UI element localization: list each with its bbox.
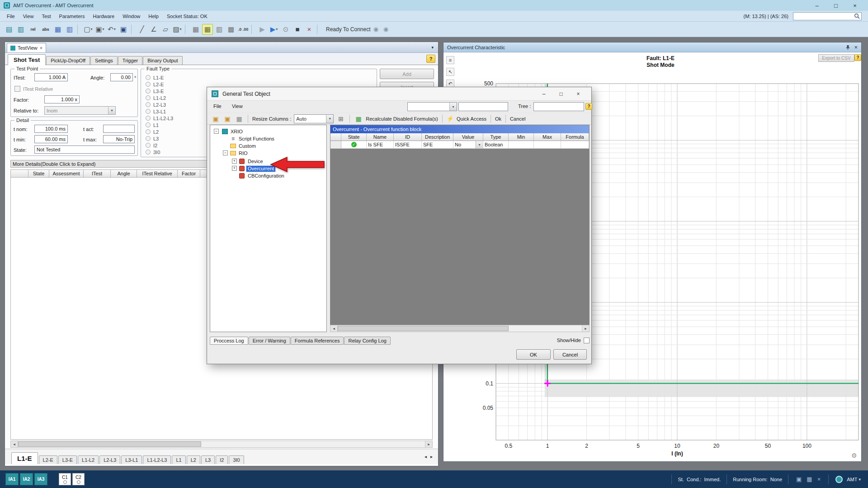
paste-parameters-icon[interactable]: ▦ [235,114,244,123]
fault-tab[interactable]: L2-E [39,455,57,464]
filter-combobox[interactable]: ▾ [407,102,457,111]
fault-tab[interactable]: L1-E [11,452,38,464]
fault-tab[interactable]: L1-L2 [78,455,99,464]
minimize-button[interactable]: – [807,0,826,11]
grid-column-header[interactable]: Description [422,133,453,141]
t-nom-field[interactable]: 100.0 ms [34,125,68,133]
fault-type-radio[interactable]: L1 [146,122,173,128]
analog-channel-button[interactable]: IA3 [34,473,47,485]
grid-column-header[interactable]: Formula [561,133,589,141]
fault-tab[interactable]: L3-E [58,455,77,464]
menu-item[interactable]: Socket Status: OK [163,12,212,20]
results-column-header[interactable]: Angle [111,169,137,178]
hardware-state-icon[interactable]: ◉ [382,25,391,34]
grid-column-header[interactable]: Min [509,133,534,141]
recalculate-button[interactable]: Recalculate Disabled Formula(s) [366,116,438,122]
fault-tab[interactable]: 3I0 [229,455,244,464]
fault-type-radio[interactable]: L3-L1 [146,108,173,115]
toolbar-separator[interactable] [77,24,80,34]
fault-type-radio[interactable]: L2 [146,128,173,135]
relative-mode-icon[interactable]: rel [27,24,39,35]
toolbar-ok-button[interactable]: Ok [495,116,501,122]
grid-column-header[interactable]: ID [394,133,422,141]
fault-tab[interactable]: L1-L2-L3 [143,455,171,464]
scroll-thumb[interactable] [18,441,201,447]
testview-subtab[interactable]: Trigger [118,56,142,65]
tree-item-xrio[interactable]: − XRIO [210,128,326,135]
dialog-menu-file[interactable]: File [213,103,222,109]
angle-input[interactable]: 0.00 [110,73,133,81]
panel-menu-caret-icon[interactable]: ▾ [431,45,434,50]
results-column-header[interactable]: State [28,169,49,178]
close-tab-icon[interactable]: × [40,45,42,51]
tree-search-input[interactable] [533,102,584,111]
factor-input[interactable]: 1.000 x [44,95,80,103]
resize-columns-select[interactable]: Auto ▾ [294,114,334,123]
printer-icon[interactable]: ▣ [796,476,802,483]
tree-item-custom[interactable]: Custom [210,142,326,150]
columns-icon[interactable]: ▥ [64,24,75,35]
fault-type-radio[interactable]: L2-E [146,81,173,88]
grid-column-header[interactable] [330,133,341,141]
open-test-icon[interactable]: ▣ [94,24,105,35]
log-tab[interactable]: Error / Warning [249,337,290,345]
fault-tab[interactable]: L3 [201,455,215,464]
parameter-row[interactable]: ✓ Is SFE ISSFE SFE No ▾ Boolean [330,141,589,149]
menu-item[interactable]: View [19,12,38,20]
tree-view-icon[interactable]: ⊞ [336,114,345,123]
decimal-precision-icon[interactable]: .0 .00 [237,24,249,35]
dialog-minimize-button[interactable]: – [535,89,552,99]
fill-tool-icon[interactable]: ▨ [172,24,183,35]
record-icon[interactable]: ⊙ [280,24,291,35]
dialog-ok-button[interactable]: OK [516,349,551,360]
fault-type-radio[interactable]: L3-E [146,88,173,94]
fault-type-radio[interactable]: I2 [146,142,173,149]
detail-grid-icon[interactable]: ▦ [52,24,63,35]
t-min-field[interactable]: 60.00 ms [34,135,68,143]
collapse-icon[interactable]: − [223,150,228,155]
grid-column-header[interactable]: Value [453,133,483,141]
quick-access-button[interactable]: Quick Access [457,116,486,122]
toolbar-separator[interactable] [251,24,255,34]
fault-type-radio[interactable]: L2-L3 [146,101,173,108]
tab-scroll-right-icon[interactable]: ▸ [430,454,433,459]
run-disabled-icon[interactable]: ▶ [257,24,268,35]
results-column-header[interactable] [10,169,28,178]
fault-tab[interactable]: L3-L1 [121,455,142,464]
line-tool-icon[interactable]: ╱ [137,24,147,35]
dialog-close-button[interactable]: × [570,89,587,99]
testview-subtab[interactable]: Shot Test [8,54,46,65]
dialog-help-button[interactable]: ? [585,103,592,110]
collapse-icon[interactable]: − [214,129,219,134]
analog-channel-button[interactable]: IA1 [5,473,19,485]
tree-item-cbconfiguration[interactable]: CBConfiguration [210,172,326,179]
analog-channel-button[interactable]: IA2 [20,473,33,485]
scroll-right-icon[interactable]: ▸ [425,441,432,447]
toolbar-cancel-button[interactable]: Cancel [510,116,525,122]
testview-tab[interactable]: TestView × [7,43,46,52]
fault-tab[interactable]: L2-L3 [99,455,120,464]
add-button[interactable]: Add [380,69,434,79]
fault-type-radio[interactable]: L1-E [146,74,173,81]
grid-view-icon[interactable]: ▦ [190,24,201,35]
results-column-header[interactable]: Assessment [49,169,84,178]
scroll-right-icon[interactable]: ▸ [582,325,589,332]
fault-type-radio[interactable]: L1-L2-L3 [146,115,173,122]
value-dropdown[interactable]: No ▾ [453,141,483,149]
abort-icon[interactable]: × [304,24,315,35]
tab-scroll-left-icon[interactable]: ◂ [425,454,427,459]
menu-item[interactable]: Test [38,12,55,20]
binary-channel-button[interactable]: C2 [72,473,85,485]
t-max-field[interactable]: No-Trip [103,135,135,143]
log-tab[interactable]: Relay Config Log [344,337,390,345]
network-icon[interactable]: ▦ [807,476,812,483]
analog-output-icon[interactable]: ▥ [15,24,26,35]
scroll-left-icon[interactable]: ◂ [11,441,18,447]
fault-type-radio[interactable]: 3I0 [146,149,173,155]
fault-type-radio[interactable]: L1-L2 [146,94,173,101]
binary-channel-button[interactable]: C1 [59,473,71,485]
fault-tab[interactable]: L1 [172,455,185,464]
row-selector-cell[interactable] [330,141,341,149]
testview-subtab[interactable]: PickUp-DropOff [46,56,90,65]
expand-icon[interactable]: + [232,159,237,164]
